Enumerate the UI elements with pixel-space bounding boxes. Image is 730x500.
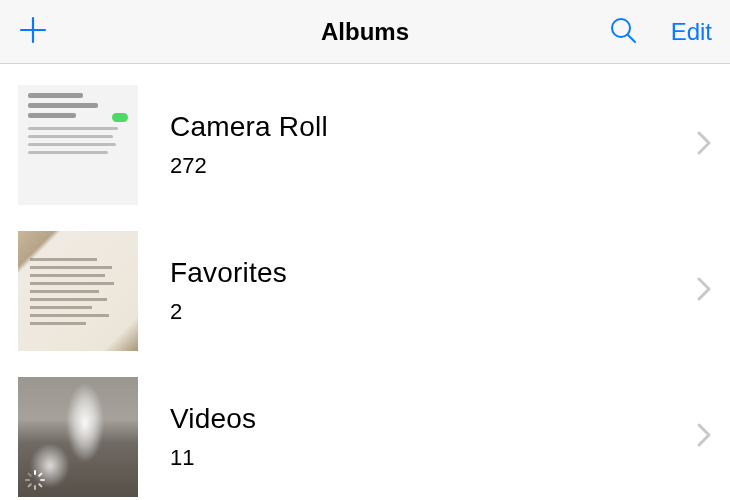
loading-spinner-icon: [24, 469, 46, 491]
album-text: Favorites 2: [170, 257, 664, 325]
edit-button[interactable]: Edit: [671, 18, 712, 46]
album-thumbnail: [18, 231, 138, 351]
album-row-favorites[interactable]: Favorites 2: [0, 218, 730, 364]
search-icon: [609, 16, 637, 44]
album-title: Favorites: [170, 257, 664, 289]
album-row-videos[interactable]: Videos 11: [0, 364, 730, 500]
album-count: 272: [170, 153, 664, 179]
navigation-bar: Albums Edit: [0, 0, 730, 64]
nav-right: Edit: [592, 16, 712, 48]
album-title: Videos: [170, 403, 664, 435]
plus-icon: [18, 15, 48, 45]
album-row-camera-roll[interactable]: Camera Roll 272: [0, 72, 730, 218]
album-count: 2: [170, 299, 664, 325]
chevron-right-icon: [696, 276, 712, 306]
album-count: 11: [170, 445, 664, 471]
album-text: Camera Roll 272: [170, 111, 664, 179]
album-text: Videos 11: [170, 403, 664, 471]
svg-line-11: [29, 474, 31, 476]
album-title: Camera Roll: [170, 111, 664, 143]
chevron-right-icon: [696, 422, 712, 452]
album-thumbnail: [18, 377, 138, 497]
albums-list: Camera Roll 272 Favorites 2: [0, 64, 730, 500]
svg-line-5: [39, 474, 41, 476]
svg-line-7: [39, 484, 41, 486]
chevron-right-icon: [696, 130, 712, 160]
add-button[interactable]: [18, 15, 48, 49]
album-thumbnail: [18, 85, 138, 205]
svg-line-3: [628, 35, 635, 42]
svg-line-9: [29, 484, 31, 486]
page-title: Albums: [138, 18, 592, 46]
search-button[interactable]: [609, 16, 637, 48]
nav-left: [18, 15, 138, 49]
